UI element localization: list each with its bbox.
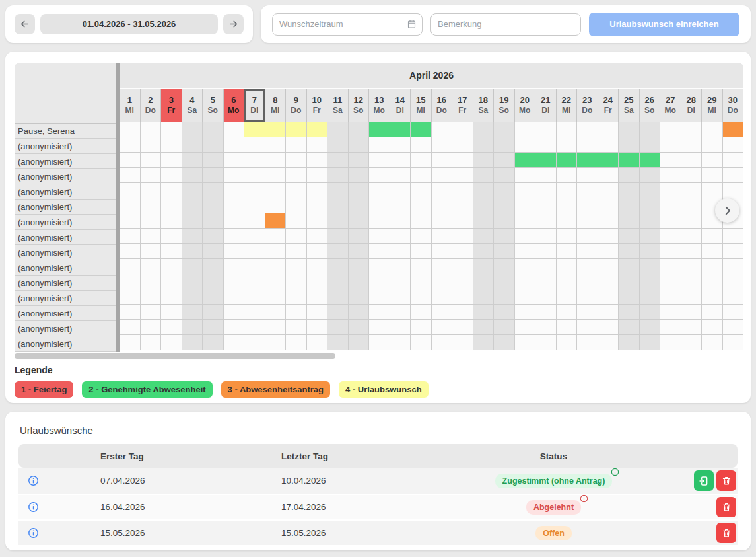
grid-cell-r5-d24[interactable] <box>598 183 619 198</box>
grid-cell-r9-d30[interactable] <box>723 244 744 259</box>
grid-cell-r12-d23[interactable] <box>577 289 598 305</box>
grid-cell-r1-d4[interactable] <box>182 122 203 137</box>
grid-cell-r3-d29[interactable] <box>702 153 723 168</box>
grid-cell-r15-d3[interactable] <box>161 335 182 350</box>
grid-cell-r10-d25[interactable] <box>619 259 640 274</box>
grid-cell-r6-d14[interactable] <box>390 198 411 213</box>
grid-cell-r13-d12[interactable] <box>349 305 370 320</box>
delete-request-button[interactable] <box>716 470 736 491</box>
day-header-2[interactable]: 2Do <box>141 89 162 122</box>
grid-cell-r15-d22[interactable] <box>557 335 578 350</box>
grid-cell-r8-d1[interactable] <box>120 229 141 244</box>
grid-cell-r14-d15[interactable] <box>411 320 432 335</box>
horizontal-scrollbar[interactable] <box>15 353 743 359</box>
grid-cell-r6-d2[interactable] <box>141 198 162 213</box>
grid-cell-r14-d28[interactable] <box>681 320 703 335</box>
grid-cell-r7-d14[interactable] <box>390 213 411 229</box>
grid-cell-r10-d9[interactable] <box>286 259 307 274</box>
grid-cell-r12-d5[interactable] <box>203 289 224 305</box>
grid-cell-r11-d1[interactable] <box>120 274 141 289</box>
grid-cell-r11-d2[interactable] <box>141 274 162 289</box>
grid-cell-r4-d19[interactable] <box>494 168 515 183</box>
grid-cell-r5-d19[interactable] <box>494 183 515 198</box>
grid-cell-r1-d5[interactable] <box>203 122 224 137</box>
day-header-12[interactable]: 12So <box>349 89 370 122</box>
grid-cell-r10-d2[interactable] <box>141 259 162 274</box>
grid-cell-r10-d20[interactable] <box>515 259 536 274</box>
grid-cell-r9-d1[interactable] <box>120 244 141 259</box>
day-header-3[interactable]: 3Fr <box>161 89 182 122</box>
grid-cell-r12-d1[interactable] <box>120 289 141 305</box>
grid-cell-r6-d26[interactable] <box>640 198 661 213</box>
grid-cell-r5-d17[interactable] <box>452 183 473 198</box>
day-header-6[interactable]: 6Mo <box>224 89 245 122</box>
grid-cell-r12-d27[interactable] <box>660 289 681 305</box>
grid-cell-r13-d29[interactable] <box>702 305 723 320</box>
grid-cell-r2-d14[interactable] <box>390 137 411 153</box>
day-header-4[interactable]: 4Sa <box>182 89 203 122</box>
grid-cell-r15-d6[interactable] <box>224 335 245 350</box>
grid-cell-r2-d7[interactable] <box>244 137 265 153</box>
grid-cell-r12-d26[interactable] <box>640 289 661 305</box>
grid-cell-r1-d26[interactable] <box>640 122 661 137</box>
grid-cell-r6-d17[interactable] <box>452 198 473 213</box>
grid-cell-r12-d6[interactable] <box>224 289 245 305</box>
grid-cell-r14-d5[interactable] <box>203 320 224 335</box>
grid-cell-r13-d3[interactable] <box>161 305 182 320</box>
day-header-13[interactable]: 13Mo <box>369 89 390 122</box>
grid-cell-r9-d27[interactable] <box>660 244 681 259</box>
grid-cell-r10-d10[interactable] <box>307 259 328 274</box>
grid-cell-r15-d30[interactable] <box>723 335 744 350</box>
grid-cell-r6-d13[interactable] <box>369 198 390 213</box>
grid-cell-r1-d28[interactable] <box>681 122 703 137</box>
grid-cell-r3-d9[interactable] <box>286 153 307 168</box>
grid-cell-r13-d27[interactable] <box>660 305 681 320</box>
grid-cell-r4-d14[interactable] <box>390 168 411 183</box>
grid-cell-r5-d20[interactable] <box>515 183 536 198</box>
grid-cell-r9-d7[interactable] <box>244 244 265 259</box>
grid-cell-r6-d12[interactable] <box>349 198 370 213</box>
grid-cell-r13-d23[interactable] <box>577 305 598 320</box>
grid-cell-r15-d11[interactable] <box>327 335 349 350</box>
grid-cell-r3-d20-approved[interactable] <box>515 153 536 168</box>
grid-cell-r11-d15[interactable] <box>411 274 432 289</box>
grid-cell-r9-d19[interactable] <box>494 244 515 259</box>
grid-cell-r1-d29[interactable] <box>702 122 723 137</box>
grid-cell-r4-d20[interactable] <box>515 168 536 183</box>
grid-cell-r8-d12[interactable] <box>349 229 370 244</box>
day-header-27[interactable]: 27Mo <box>660 89 681 122</box>
grid-cell-r14-d21[interactable] <box>535 320 557 335</box>
grid-cell-r3-d18[interactable] <box>473 153 495 168</box>
grid-cell-r11-d20[interactable] <box>515 274 536 289</box>
grid-cell-r5-d16[interactable] <box>432 183 453 198</box>
grid-cell-r6-d25[interactable] <box>619 198 640 213</box>
grid-cell-r10-d11[interactable] <box>327 259 349 274</box>
grid-cell-r11-d5[interactable] <box>203 274 224 289</box>
grid-cell-r2-d10[interactable] <box>307 137 328 153</box>
grid-cell-r4-d17[interactable] <box>452 168 473 183</box>
grid-cell-r3-d12[interactable] <box>349 153 370 168</box>
grid-cell-r9-d28[interactable] <box>681 244 703 259</box>
grid-cell-r14-d29[interactable] <box>702 320 723 335</box>
grid-cell-r15-d26[interactable] <box>640 335 661 350</box>
grid-cell-r7-d8-request[interactable] <box>265 213 287 229</box>
grid-cell-r2-d25[interactable] <box>619 137 640 153</box>
grid-cell-r11-d27[interactable] <box>660 274 681 289</box>
grid-cell-r2-d21[interactable] <box>535 137 557 153</box>
grid-cell-r2-d4[interactable] <box>182 137 203 153</box>
grid-cell-r13-d19[interactable] <box>494 305 515 320</box>
grid-cell-r8-d6[interactable] <box>224 229 245 244</box>
grid-cell-r11-d29[interactable] <box>702 274 723 289</box>
grid-cell-r5-d14[interactable] <box>390 183 411 198</box>
grid-cell-r3-d10[interactable] <box>307 153 328 168</box>
grid-cell-r10-d4[interactable] <box>182 259 203 274</box>
day-header-29[interactable]: 29Mi <box>702 89 723 122</box>
grid-cell-r8-d8[interactable] <box>265 229 287 244</box>
grid-cell-r5-d11[interactable] <box>327 183 349 198</box>
day-header-25[interactable]: 25Sa <box>619 89 640 122</box>
grid-cell-r11-d10[interactable] <box>307 274 328 289</box>
grid-cell-r9-d4[interactable] <box>182 244 203 259</box>
grid-cell-r14-d22[interactable] <box>557 320 578 335</box>
grid-cell-r4-d24[interactable] <box>598 168 619 183</box>
grid-cell-r12-d11[interactable] <box>327 289 349 305</box>
